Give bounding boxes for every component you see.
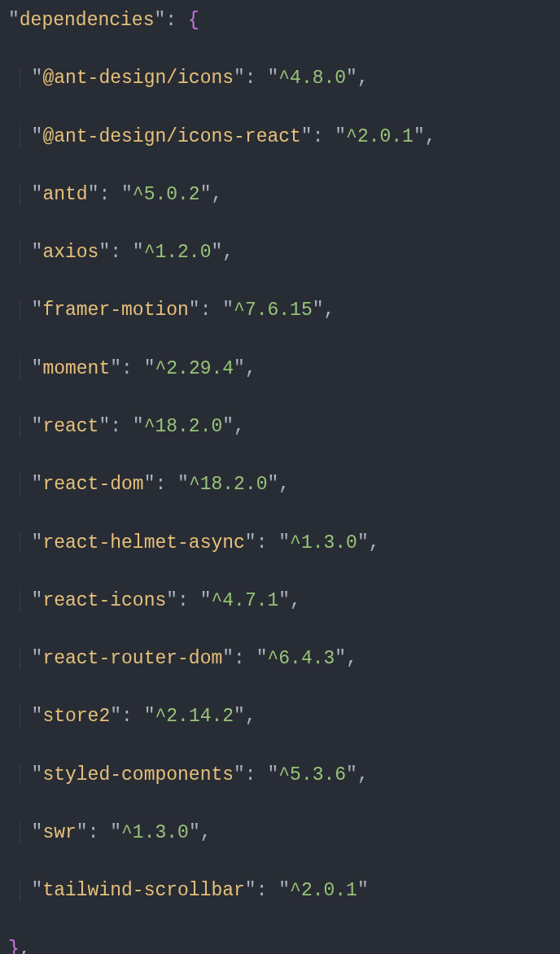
code-line: "antd": "^5.0.2",: [8, 181, 552, 210]
json-code-block: "dependencies": { "@ant-design/icons": "…: [0, 0, 560, 954]
dep-value: ^1.2.0: [144, 242, 212, 263]
code-line: "react-router-dom": "^6.4.3",: [8, 645, 552, 674]
code-line: "@ant-design/icons-react": "^2.0.1",: [8, 123, 552, 152]
code-line: "swr": "^1.3.0",: [8, 819, 552, 848]
dep-value: ^4.8.0: [278, 68, 346, 89]
dep-key: styled-components: [42, 764, 234, 786]
dep-key: framer-motion: [42, 300, 188, 321]
code-line: "react-helmet-async": "^1.3.0",: [8, 529, 552, 558]
dep-key: react: [42, 416, 98, 437]
brace-open: {: [188, 10, 199, 31]
code-line: "styled-components": "^5.3.6",: [8, 761, 552, 790]
code-line: "moment": "^2.29.4",: [8, 355, 552, 384]
code-line: "axios": "^1.2.0",: [8, 238, 552, 268]
code-line: "dependencies": {: [8, 7, 552, 36]
dep-value: ^18.2.0: [144, 416, 223, 437]
code-line: "store2": "^2.14.2",: [8, 702, 552, 732]
dep-value: ^4.7.1: [211, 590, 278, 611]
dep-key: tailwind-scrollbar: [42, 880, 244, 901]
dep-value: ^5.3.6: [278, 764, 346, 786]
code-line: "react-icons": "^4.7.1",: [8, 587, 552, 616]
dep-value: ^2.29.4: [155, 358, 234, 379]
code-line: "@ant-design/icons": "^4.8.0",: [8, 64, 552, 94]
dep-key: react-icons: [42, 590, 166, 611]
dep-key: react-dom: [42, 474, 143, 495]
code-line: "framer-motion": "^7.6.15",: [8, 296, 552, 326]
dep-key: swr: [42, 822, 76, 843]
code-line: },: [8, 935, 552, 955]
code-line: "react": "^18.2.0",: [8, 413, 552, 442]
dep-value: ^1.3.0: [290, 532, 357, 554]
dep-value: ^5.0.2: [133, 184, 200, 205]
dep-value: ^18.2.0: [189, 474, 268, 495]
code-line: "react-dom": "^18.2.0",: [8, 470, 552, 500]
dep-key: react-router-dom: [42, 648, 222, 669]
dep-value: ^1.3.0: [121, 822, 189, 843]
dep-key: axios: [42, 242, 98, 263]
dep-key: react-helmet-async: [42, 532, 244, 554]
dep-value: ^2.0.1: [346, 126, 413, 147]
dep-key: moment: [42, 358, 110, 379]
code-line: "tailwind-scrollbar": "^2.0.1": [8, 877, 552, 906]
dep-key: antd: [42, 184, 87, 205]
dep-value: ^6.4.3: [267, 648, 335, 669]
dep-key: @ant-design/icons: [42, 68, 234, 89]
brace-close: }: [8, 939, 20, 955]
section-key: dependencies: [20, 10, 155, 31]
dep-value: ^2.14.2: [155, 706, 234, 727]
dep-key: @ant-design/icons-react: [42, 126, 300, 147]
dep-key: store2: [42, 706, 110, 727]
dep-value: ^7.6.15: [234, 300, 313, 321]
dep-value: ^2.0.1: [290, 880, 357, 901]
